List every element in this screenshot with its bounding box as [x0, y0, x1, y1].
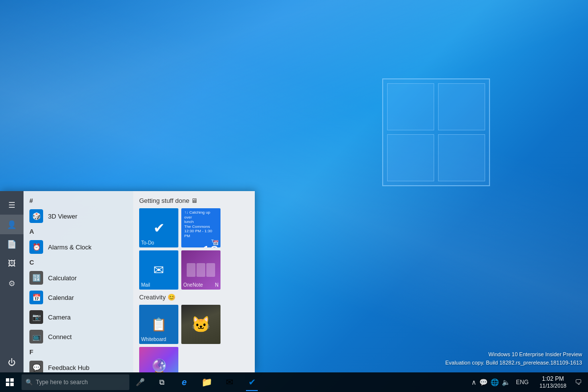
tile-mail-label: Mail [141, 282, 150, 288]
tile-calendar[interactable]: ↑↓ Catching up overlunch The Commons 12:… [181, 208, 220, 247]
tile-mail[interactable]: ✉ Mail [139, 250, 178, 290]
current-date: 11/13/2018 [539, 383, 566, 389]
app-label-alarms: Alarms & Clock [48, 244, 92, 251]
section-a: A [24, 226, 133, 237]
tile-todo-label: To-Do [141, 240, 154, 245]
todo-taskbar-icon: ✔ [248, 377, 256, 388]
app-calculator[interactable]: 🔢 Calculator [24, 268, 133, 288]
taskbar-todo[interactable]: ✔ [241, 372, 263, 392]
calendar-event-time: 12:30 PM - 1:30 PM [184, 229, 218, 238]
taskbar-running-apps: ⧉ e 📁 ✉ ✔ [151, 372, 263, 392]
sidebar-power-icon[interactable]: ⏻ [0, 353, 24, 372]
phone-3 [206, 263, 215, 277]
tile-whiteboard-label: Whiteboard [141, 337, 166, 342]
taskbar-edge[interactable]: e [173, 372, 195, 392]
hamburger-button[interactable]: ☰ [0, 195, 24, 215]
evaluation-watermark: Windows 10 Enterprise Insider Preview Ev… [445, 350, 582, 368]
calendar-event-title: ↑↓ Catching up overlunch [184, 210, 218, 224]
app-label-calculator: Calculator [48, 274, 77, 282]
app-icon-connect: 📺 [29, 330, 43, 343]
svg-rect-1 [10, 378, 14, 382]
win-pane-tl [387, 83, 434, 130]
search-placeholder: Type here to search [36, 379, 88, 386]
search-icon: 🔍 [25, 379, 33, 386]
file-explorer-icon: 📁 [201, 377, 212, 388]
tile-cat-photo[interactable]: 🐱 [181, 305, 220, 344]
sidebar-photos-icon[interactable]: 🖼 [0, 254, 24, 273]
app-camera[interactable]: 📷 Camera [24, 307, 133, 327]
mail-envelope-icon: ✉ [153, 263, 164, 278]
mail-taskbar-icon: ✉ [226, 377, 233, 388]
taskbar-task-view[interactable]: ⧉ [151, 372, 172, 392]
windows-start-icon [6, 378, 14, 386]
section-title-creativity: Creativity 😊 [139, 294, 249, 301]
network-icon[interactable]: 🌐 [490, 378, 499, 386]
app-calendar[interactable]: 📅 Calendar [24, 288, 133, 307]
app-label-calendar: Calendar [48, 294, 74, 301]
onenote-content [184, 260, 218, 280]
app-icon-3d-viewer: 🎲 [29, 209, 43, 223]
tile-onenote[interactable]: OneNote N [181, 250, 220, 290]
todo-checkmark-icon: ✔ [153, 220, 165, 236]
app-icon-calendar: 📅 [29, 291, 43, 304]
section-hash: # [24, 195, 133, 206]
app-icon-camera: 📷 [29, 310, 43, 324]
todo-underline [246, 390, 258, 391]
cortana-mic-button[interactable]: 🎤 [131, 373, 149, 391]
section-c: C [24, 257, 133, 268]
apps-list: # 🎲 3D Viewer A ⏰ Alarms & Clock C 🔢 Cal… [24, 191, 133, 372]
app-icon-feedback: 💬 [29, 361, 43, 372]
win-pane-bl [387, 134, 434, 181]
desktop: Windows 10 Enterprise Insider Preview Ev… [0, 0, 588, 392]
phone-1 [187, 263, 196, 277]
win-pane-tr [438, 83, 485, 130]
chat-icon[interactable]: 💬 [479, 378, 488, 386]
tiles-row-1: ✔ To-Do ↑↓ Catching up overlunch The Com… [139, 208, 249, 247]
tiles-panel: Getting stuff done 🖥 ✔ To-Do ↑↓ Catching… [133, 191, 255, 372]
task-view-icon: ⧉ [159, 378, 165, 387]
start-sidebar: ☰ 👤 📄 🖼 ⚙ ⏻ [0, 191, 24, 372]
tile-marble[interactable]: 🔮 [139, 347, 178, 372]
tile-onenote-label: OneNote [183, 282, 203, 288]
app-3d-viewer[interactable]: 🎲 3D Viewer [24, 206, 133, 226]
tile-todo[interactable]: ✔ To-Do [139, 208, 178, 247]
sidebar-user-icon[interactable]: 👤 [0, 215, 24, 234]
win-pane-br [438, 134, 485, 181]
system-tray: ∧ 💬 🌐 🔈 ENG [467, 378, 536, 386]
svg-rect-0 [6, 378, 9, 382]
clock[interactable]: 1:02 PM 11/13/2018 [536, 372, 570, 392]
taskbar-right: ∧ 💬 🌐 🔈 ENG 1:02 PM 11/13/2018 🗨 [467, 372, 588, 392]
notification-center-button[interactable]: 🗨 [570, 372, 586, 392]
taskbar: 🔍 Type here to search 🎤 ⧉ e 📁 ✉ ✔ [0, 372, 588, 392]
section-title-getting-done: Getting stuff done 🖥 [139, 197, 249, 204]
svg-rect-2 [6, 383, 9, 386]
calendar-event-location: The Commons [184, 224, 218, 229]
tile-whiteboard[interactable]: 📋 Whiteboard [139, 305, 178, 344]
search-box[interactable]: 🔍 Type here to search [22, 374, 129, 390]
windows-logo [382, 78, 490, 186]
onenote-phones [184, 260, 218, 280]
phone-2 [196, 263, 205, 277]
taskbar-mail[interactable]: ✉ [219, 372, 240, 392]
app-connect[interactable]: 📺 Connect [24, 327, 133, 346]
start-menu: ☰ 👤 📄 🖼 ⚙ ⏻ # 🎲 3D Viewer A ⏰ Alarms & C… [0, 191, 255, 372]
section-f: F [24, 346, 133, 358]
app-feedback[interactable]: 💬 Feedback Hub [24, 358, 133, 372]
chevron-up-icon[interactable]: ∧ [471, 378, 476, 386]
app-label-camera: Camera [48, 314, 71, 321]
sidebar-doc-icon[interactable]: 📄 [0, 234, 24, 254]
app-label-feedback: Feedback Hub [48, 364, 90, 371]
tiles-row-4: 🔮 [139, 347, 249, 372]
sidebar-settings-icon[interactable]: ⚙ [0, 273, 24, 293]
start-button[interactable] [0, 372, 20, 392]
onenote-n-icon: N [215, 282, 219, 288]
svg-rect-3 [10, 383, 14, 386]
language-indicator[interactable]: ENG [513, 379, 532, 386]
app-alarms[interactable]: ⏰ Alarms & Clock [24, 237, 133, 257]
volume-icon[interactable]: 🔈 [502, 378, 510, 386]
edge-icon: e [182, 377, 187, 388]
cat-image: 🐱 [181, 305, 220, 344]
whiteboard-icon: 📋 [151, 317, 167, 332]
tiles-row-3: 📋 Whiteboard 🐱 [139, 305, 249, 344]
taskbar-file-explorer[interactable]: 📁 [196, 372, 218, 392]
